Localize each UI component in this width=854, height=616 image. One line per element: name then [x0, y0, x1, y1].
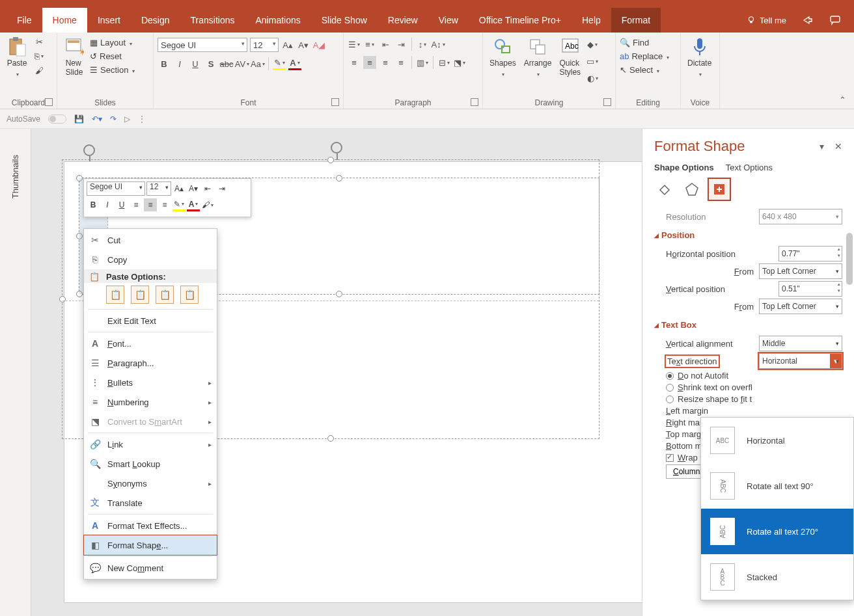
decrease-font-button[interactable]: A▾ [187, 182, 200, 195]
collapse-ribbon-button[interactable]: ⌃ [839, 95, 846, 105]
font-name-selector[interactable]: Segoe UI [158, 38, 247, 52]
align-right-button[interactable]: ≡ [158, 198, 171, 211]
menu-translate[interactable]: 文Translate [84, 493, 217, 513]
menu-synonyms[interactable]: Synonyms [84, 474, 217, 493]
save-button[interactable]: 💾 [74, 114, 84, 124]
text-direction-option-stacked[interactable]: ABC Stacked [701, 554, 853, 600]
selection-handle[interactable] [336, 175, 342, 181]
align-text-button[interactable]: ⊟ [437, 56, 450, 69]
menu-exit-edit-text[interactable]: Exit Edit Text [84, 311, 217, 330]
increase-indent-button[interactable]: ⇥ [394, 38, 407, 51]
fill-line-category[interactable] [654, 179, 675, 200]
format-painter-button[interactable]: 🖌 [33, 64, 46, 77]
tab-design[interactable]: Design [131, 8, 180, 33]
align-center-button[interactable]: ≡ [144, 198, 157, 211]
replace-button[interactable]: abReplace [620, 51, 669, 61]
line-spacing-button[interactable]: ↕ [416, 38, 429, 51]
paste-keep-source-button[interactable]: 📋 [106, 286, 124, 304]
slideshow-start-button[interactable]: ▷ [124, 114, 130, 124]
paste-button[interactable]: Paste [4, 35, 30, 79]
vpos-from-selector[interactable]: Top Left Corner [759, 299, 842, 314]
increase-font-button[interactable]: A▴ [172, 182, 186, 195]
italic-button[interactable]: I [173, 57, 186, 70]
tab-slideshow[interactable]: Slide Show [311, 8, 378, 33]
format-painter-button[interactable]: 🖌 [201, 198, 214, 211]
rotate-handle-icon[interactable] [83, 144, 95, 156]
quick-styles-button[interactable]: AbcQuick Styles [557, 35, 583, 78]
menu-numbering[interactable]: ≡Numbering [84, 392, 217, 412]
cut-button[interactable]: ✂ [33, 35, 46, 48]
clear-formatting-button[interactable]: A◢ [312, 38, 325, 51]
tab-insert[interactable]: Insert [87, 8, 131, 33]
font-color-button[interactable]: A [187, 198, 200, 211]
char-spacing-button[interactable]: AV [236, 57, 249, 70]
mini-font-name[interactable]: Segoe UI [87, 181, 145, 196]
text-options-tab[interactable]: Text Options [726, 163, 773, 172]
italic-button[interactable]: I [101, 198, 114, 211]
bold-button[interactable]: B [158, 57, 171, 70]
dialog-launcher-icon[interactable] [603, 98, 611, 106]
font-size-selector[interactable]: 12 [250, 38, 279, 52]
tab-format[interactable]: Format [611, 8, 661, 33]
align-center-button[interactable]: ≡ [363, 56, 376, 69]
selection-handle[interactable] [327, 157, 334, 163]
vertical-alignment-selector[interactable]: Middle [759, 336, 842, 351]
size-properties-category[interactable] [709, 179, 730, 200]
qat-customize-button[interactable]: ⋮ [138, 114, 146, 124]
increase-font-button[interactable]: A▴ [281, 38, 294, 51]
tab-file[interactable]: File [7, 8, 42, 33]
share-icon[interactable] [802, 14, 814, 26]
menu-smart-lookup[interactable]: 🔍Smart Lookup [84, 454, 217, 474]
tab-view[interactable]: View [428, 8, 469, 33]
text-direction-selector[interactable]: Horizontal ▾ [759, 353, 842, 369]
menu-copy[interactable]: ⎘Copy [84, 250, 217, 269]
change-case-button[interactable]: Aa [251, 57, 264, 70]
paste-text-only-button[interactable]: 📋 [180, 286, 199, 304]
decrease-indent-button[interactable]: ⇤ [379, 38, 392, 51]
highlight-button[interactable]: ✎ [172, 198, 186, 211]
shapes-button[interactable]: Shapes [487, 35, 519, 79]
selection-handle[interactable] [336, 291, 342, 297]
dictate-button[interactable]: Dictate [685, 35, 714, 79]
scrollbar-thumb[interactable] [846, 233, 853, 285]
menu-link[interactable]: 🔗Link [84, 435, 217, 454]
position-section[interactable]: Position [654, 226, 842, 244]
menu-format-text-effects[interactable]: AFormat Text Effects... [84, 516, 217, 535]
strikethrough-button[interactable]: abc [220, 57, 233, 70]
shape-effects-button[interactable]: ◐ [586, 72, 599, 85]
shadow-button[interactable]: S [204, 57, 217, 70]
arrange-button[interactable]: Arrange [521, 35, 555, 79]
decrease-indent-button[interactable]: ⇤ [201, 182, 214, 195]
text-direction-option-rotate-270[interactable]: ABC Rotate all text 270° [701, 509, 853, 554]
tab-animations[interactable]: Animations [245, 8, 310, 33]
selection-handle[interactable] [327, 435, 334, 442]
pane-close-button[interactable]: ✕ [834, 141, 842, 152]
undo-button[interactable]: ↶▾ [92, 114, 102, 124]
bold-button[interactable]: B [87, 198, 100, 211]
shape-fill-button[interactable]: ◆ [586, 38, 599, 51]
resize-shape-radio[interactable]: Resize shape to fit t [666, 394, 842, 404]
find-button[interactable]: 🔍Find [620, 38, 649, 47]
resolution-selector[interactable]: 640 x 480 [759, 209, 842, 224]
increase-indent-button[interactable]: ⇥ [215, 182, 228, 195]
rotate-handle-icon[interactable] [331, 142, 342, 154]
align-right-button[interactable]: ≡ [379, 56, 392, 69]
numbering-button[interactable]: ≡ [363, 38, 376, 51]
autosave-toggle[interactable] [48, 114, 66, 124]
smartart-button[interactable]: ⬔ [453, 56, 466, 69]
tab-help[interactable]: Help [572, 8, 611, 33]
bullets-button[interactable]: ☰ [348, 38, 361, 51]
tab-transitions[interactable]: Transitions [180, 8, 245, 33]
shape-options-tab[interactable]: Shape Options [654, 163, 714, 172]
selection-handle[interactable] [59, 296, 66, 302]
text-box-section[interactable]: Text Box [654, 316, 842, 334]
justify-button[interactable]: ≡ [394, 56, 407, 69]
menu-paragraph[interactable]: ☰Paragraph... [84, 353, 217, 373]
menu-cut[interactable]: ✂Cut [84, 230, 217, 250]
do-not-autofit-radio[interactable]: Do not Autofit [666, 371, 842, 381]
menu-bullets[interactable]: ⋮Bullets [84, 373, 217, 392]
reset-button[interactable]: ↺Reset [90, 51, 135, 61]
pane-menu-button[interactable]: ▾ [820, 141, 824, 152]
font-color-button[interactable]: A [288, 57, 301, 70]
comments-icon[interactable] [829, 14, 841, 26]
